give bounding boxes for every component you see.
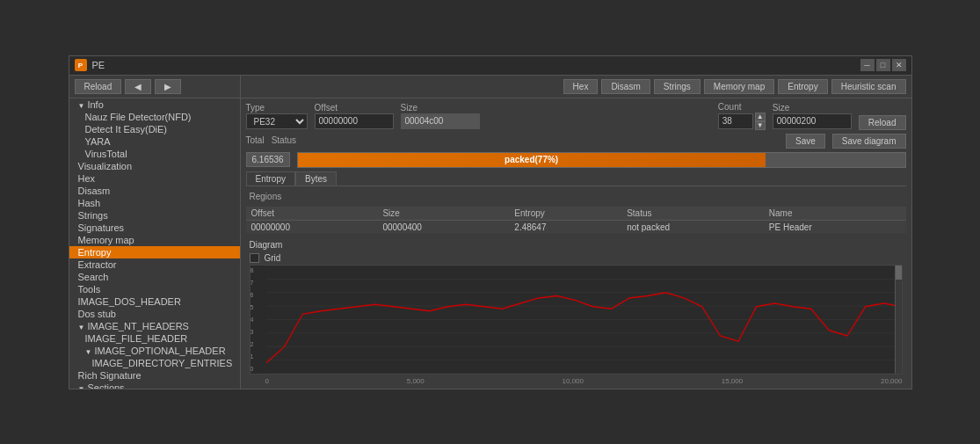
sidebar-item-virustotal[interactable]: VirusTotal [69,148,240,160]
sidebar-item-info[interactable]: ▼Info [69,98,240,111]
size2-label: Size [773,103,852,113]
sidebar-item-disasm[interactable]: Disasm [69,185,240,197]
app-icon: P [75,59,87,71]
total-bar-row: 6.16536 packed(77%) [246,152,906,168]
sidebar-item-hex[interactable]: Hex [69,172,240,185]
sidebar-item-image-optional-header[interactable]: ▼IMAGE_OPTIONAL_HEADER [69,345,240,357]
disasm-button[interactable]: Disasm [601,79,650,94]
col-status: Status [621,207,764,221]
packed-bar: packed(77%) [298,153,766,167]
y-label-5: 5 [250,304,266,310]
y-axis: 8 7 6 5 4 3 2 1 0 [250,266,266,374]
col-entropy: Entropy [509,207,621,221]
grid-checkbox[interactable] [250,253,259,263]
size-group: Size [401,103,480,129]
sidebar-item-extractor[interactable]: Extractor [69,258,240,271]
sidebar-item-hash[interactable]: Hash [69,197,240,209]
window-body: Reload ◀ ▶ ▼Info Nauz File Detector(NFD)… [69,76,911,389]
window-title: PE [92,60,105,70]
sidebar-item-search[interactable]: Search [69,271,240,283]
forward-button[interactable]: ▶ [155,79,181,94]
y-label-2: 2 [250,341,266,347]
entropy-button[interactable]: Entropy [778,79,827,94]
sidebar: Reload ◀ ▶ ▼Info Nauz File Detector(NFD)… [69,76,241,389]
tab-entropy[interactable]: Entropy [246,171,295,186]
sidebar-item-image-file-header[interactable]: IMAGE_FILE_HEADER [69,332,240,345]
minimize-button[interactable]: ─ [860,59,875,71]
count-spinners: ▲ ▼ [755,113,766,130]
status-label: Status [272,135,296,145]
sidebar-item-strings[interactable]: Strings [69,209,240,222]
status-row: Total Status Save Save diagram [246,134,906,149]
y-label-8: 8 [250,267,266,273]
entropy-chart [266,266,902,374]
sidebar-item-memorymap[interactable]: Memory map [69,234,240,246]
type-label: Type [246,103,308,113]
title-bar: P PE ─ □ ✕ [69,56,911,76]
sidebar-item-image-directory-entries[interactable]: IMAGE_DIRECTORY_ENTRIES [69,357,240,369]
type-select[interactable]: PE32 [246,113,308,129]
offset-label: Offset [315,103,394,113]
count-down-button[interactable]: ▼ [755,121,766,130]
x-label-0: 0 [265,377,269,385]
diagram-grid-row: Grid [246,251,906,265]
sidebar-item-nauz[interactable]: Nauz File Detector(NFD) [69,111,240,123]
x-label-20000: 20,000 [881,377,902,385]
sidebar-item-image-nt-headers[interactable]: ▼IMAGE_NT_HEADERS [69,320,240,332]
x-label-5000: 5,000 [407,377,425,385]
sidebar-item-dos-stub[interactable]: Dos stub [69,308,240,320]
sidebar-item-visualization[interactable]: Visualization [69,160,240,172]
sidebar-item-sections[interactable]: ▼Sections [69,382,240,389]
sidebar-item-signatures[interactable]: Signatures [69,222,240,234]
size2-input[interactable] [773,113,852,129]
x-axis: 0 5,000 10,000 15,000 20,000 [246,376,906,385]
packed-label: packed(77%) [505,155,558,164]
sidebar-item-rich-signature[interactable]: Rich Signature [69,369,240,382]
size-input[interactable] [401,113,480,129]
cell-offset: 00000000 [246,220,378,234]
grid-label: Grid [265,253,281,263]
x-label-15000: 15,000 [722,377,743,385]
sidebar-item-entropy[interactable]: Entropy [69,246,240,258]
diagram-header: Diagram [246,238,906,251]
offset-group: Offset [315,103,394,129]
main-content: Hex Disasm Strings Memory map Entropy He… [241,76,911,389]
close-button[interactable]: ✕ [892,59,906,71]
save-button[interactable]: Save [786,134,825,149]
count-input[interactable] [718,113,753,129]
strings-button[interactable]: Strings [654,79,701,94]
y-label-7: 7 [250,280,266,286]
title-bar-left: P PE [75,59,105,71]
y-label-3: 3 [250,329,266,335]
tab-bytes[interactable]: Bytes [295,171,337,186]
maximize-button[interactable]: □ [876,59,890,71]
title-controls: ─ □ ✕ [860,59,906,71]
tab-row: Entropy Bytes [246,171,906,186]
y-label-1: 1 [250,353,266,360]
y-label-6: 6 [250,292,266,298]
entropy-panel: Type PE32 Offset Size [241,98,911,389]
main-window: P PE ─ □ ✕ Reload ◀ ▶ ▼Info Nauz File De… [69,55,912,389]
offset-input[interactable] [315,113,394,129]
memory-map-button[interactable]: Memory map [704,79,774,94]
count-input-group: ▲ ▼ [718,113,766,130]
count-group: Count ▲ ▼ [718,102,766,130]
heuristic-scan-button[interactable]: Heuristic scan [831,79,906,94]
total-value: 6.16536 [246,152,290,167]
col-offset: Offset [246,207,378,221]
sidebar-item-image-dos-header[interactable]: IMAGE_DOS_HEADER [69,295,240,308]
hex-button[interactable]: Hex [563,79,599,94]
chart-scrollbar-thumb[interactable] [896,266,902,280]
sidebar-item-die[interactable]: Detect It Easy(DiE) [69,123,240,135]
size-label: Size [401,103,480,113]
sidebar-item-tools[interactable]: Tools [69,283,240,295]
save-diagram-button[interactable]: Save diagram [832,134,906,149]
count-up-button[interactable]: ▲ [755,113,766,121]
sidebar-item-yara[interactable]: YARA [69,135,240,148]
top-buttons: Hex Disasm Strings Memory map Entropy He… [241,76,911,98]
reload-button[interactable]: Reload [75,79,122,94]
table-row[interactable]: 00000000 00000400 2.48647 not packed PE … [246,220,906,234]
back-button[interactable]: ◀ [125,79,151,94]
reload-entropy-button[interactable]: Reload [859,115,906,130]
chart-scrollbar[interactable] [895,266,902,374]
